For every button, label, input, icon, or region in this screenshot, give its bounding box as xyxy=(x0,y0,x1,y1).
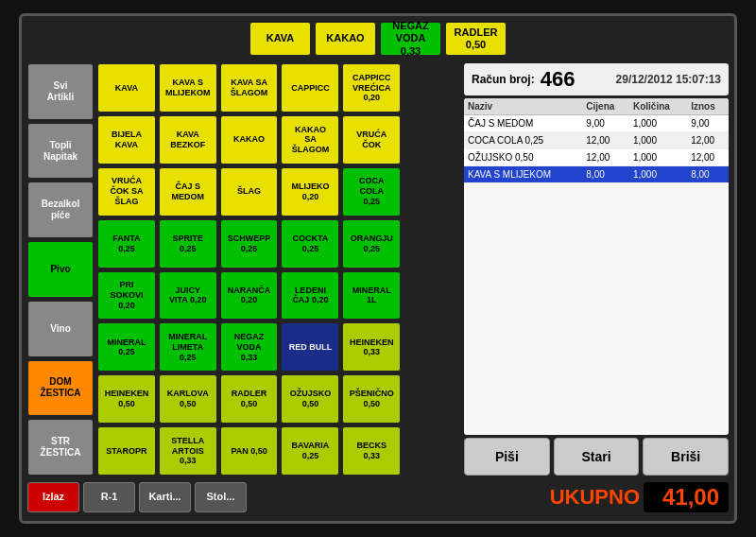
grid-button[interactable]: OŽUJSKO0,50 xyxy=(281,374,339,424)
grid-button[interactable]: KAVA xyxy=(97,63,156,113)
grid-button[interactable]: STAROPR xyxy=(97,426,156,476)
grid-button[interactable]: KAVABEZKOF xyxy=(159,115,217,165)
receipt-actions: PišiStariBriši xyxy=(464,438,729,476)
grid-button[interactable]: RADLER0,50 xyxy=(220,374,279,424)
receipt-datetime: 29/12/2012 15:07:13 xyxy=(616,73,721,86)
receipt-column-header: Cijena xyxy=(582,98,629,115)
receipt-cell: 8,00 xyxy=(687,166,729,183)
grid-button[interactable]: PRISOKOVI0,20 xyxy=(97,271,156,320)
receipt-cell: 9,00 xyxy=(687,115,729,132)
grid-button xyxy=(404,426,460,476)
grid-button[interactable]: CAPPICC xyxy=(281,63,339,113)
grid-button[interactable]: Pivo xyxy=(27,241,94,298)
grid-button[interactable]: BIJELAKAVA xyxy=(97,115,156,165)
receipt-row[interactable]: OŽUJSKO 0,5012,001,00012,00 xyxy=(464,149,729,166)
grid-button[interactable]: KAVA SAŠLAGOM xyxy=(220,63,279,113)
exit-button[interactable]: Izlaz xyxy=(27,482,79,512)
grid-button[interactable]: DOMŽESTICA xyxy=(27,360,94,417)
grid-button[interactable]: PŠENIČNO0,50 xyxy=(342,374,401,424)
grid-button[interactable]: NEGAZVODA0,33 xyxy=(380,22,441,56)
grid-button xyxy=(404,63,460,113)
grid-row: VRUĆAČOK SAŠLAGČAJ SMEDOMŠLAGMLIJEKO0,20… xyxy=(97,167,460,217)
grid-button[interactable]: MINERAL1L xyxy=(342,271,401,320)
receipt-column-header: Iznos xyxy=(687,98,729,115)
grid-button[interactable]: KAKAOSAŠLAGOM xyxy=(281,115,339,165)
grid-button[interactable]: STELLAARTOIS0,33 xyxy=(159,426,217,476)
grid-button xyxy=(404,322,460,372)
receipt-table-header: NazivCijenaKoličinaIznos xyxy=(464,98,729,115)
grid-button[interactable]: KAKAO xyxy=(315,22,376,56)
receipt-row[interactable]: ČAJ S MEDOM9,001,0009,00 xyxy=(464,115,729,132)
receipt-cell: 8,00 xyxy=(582,166,629,183)
grid-button[interactable]: BECKS0,33 xyxy=(342,426,401,476)
grid-button[interactable]: STRŽESTICA xyxy=(27,419,94,476)
receipt-action-button[interactable]: Stari xyxy=(554,438,640,476)
grid-button[interactable]: VRUĆAČOK SAŠLAG xyxy=(97,167,156,217)
grid-button[interactable]: TopliNapitak xyxy=(27,123,94,180)
receipt-cell: KAVA S MLIJEKOM xyxy=(464,166,582,183)
grid-button[interactable]: ČAJ SMEDOM xyxy=(159,167,217,217)
grid-button[interactable]: KAKAO xyxy=(220,115,279,165)
ukupno-label: UKUPNO xyxy=(550,485,640,510)
grid-button[interactable]: BAVARIA0,25 xyxy=(281,426,339,476)
grid-row: HEINEKEN0,50KARLOVA0,50RADLER0,50OŽUJSKO… xyxy=(97,374,460,424)
receipt-cell: 12,00 xyxy=(687,132,729,149)
grid-button[interactable]: NEGAZVODA0,33 xyxy=(220,322,279,372)
grid-button[interactable]: SCHWEPP0,25 xyxy=(220,219,279,268)
grid-button[interactable]: MINERAL0,25 xyxy=(97,322,156,372)
grid-button[interactable]: COCACOLA0,25 xyxy=(342,167,401,217)
receipt-cell: 9,00 xyxy=(582,115,629,132)
receipt-action-button[interactable]: Briši xyxy=(643,438,729,476)
grid-button[interactable]: SPRITE0,25 xyxy=(159,219,217,268)
grid-button[interactable]: JUICYVITA 0,20 xyxy=(159,271,217,320)
receipt-row[interactable]: COCA COLA 0,2512,001,00012,00 xyxy=(464,132,729,149)
grid-button[interactable]: MINERALLIMETA0,25 xyxy=(159,322,217,372)
grid-button[interactable]: Vino xyxy=(27,301,94,357)
receipt-row[interactable]: KAVA S MLIJEKOM8,001,0008,00 xyxy=(464,166,729,183)
right-panel: Račun broj: 466 29/12/2012 15:07:13 Nazi… xyxy=(464,63,729,476)
grid-button[interactable]: KARLOVA0,50 xyxy=(159,374,217,424)
receipt-cell: OŽUJSKO 0,50 xyxy=(464,149,582,166)
grid-button[interactable]: KAVA SMLIJEKOM xyxy=(159,63,217,113)
grid-row: BIJELAKAVAKAVABEZKOFKAKAOKAKAOSAŠLAGOMVR… xyxy=(97,115,460,165)
receipt-table-body: ČAJ S MEDOM9,001,0009,00COCA COLA 0,2512… xyxy=(464,115,729,183)
receipt-action-button[interactable]: Piši xyxy=(464,438,550,476)
main-screen: KAVAKAKAONEGAZVODA0,33RADLER0,50 SviArti… xyxy=(19,13,737,524)
grid-button[interactable]: RED BULL xyxy=(281,322,339,372)
grid-row: STAROPRSTELLAARTOIS0,33PAN 0,50BAVARIA0,… xyxy=(97,426,460,476)
receipt-cell: 1,000 xyxy=(629,149,687,166)
receipt-column-header: Naziv xyxy=(464,98,582,115)
grid-button xyxy=(404,219,460,268)
grid-button xyxy=(404,115,460,165)
grid-row: KAVAKAVA SMLIJEKOMKAVA SAŠLAGOMCAPPICCCA… xyxy=(97,63,460,113)
grid-button[interactable]: Bezalkolpíće xyxy=(27,182,94,238)
grid-button[interactable]: ŠLAG xyxy=(220,167,279,217)
grid-button[interactable]: KAVA xyxy=(249,22,311,56)
grid-row: MINERAL0,25MINERALLIMETA0,25NEGAZVODA0,3… xyxy=(97,322,460,372)
grid-button[interactable]: CAPPICCVREĆICA0,20 xyxy=(342,63,401,113)
grid-button[interactable]: FANTA0,25 xyxy=(97,219,156,268)
grid-button[interactable]: HEINEKEN0,33 xyxy=(342,322,401,372)
receipt-cell: 12,00 xyxy=(582,132,629,149)
left-panel: SviArtikliTopliNapitakBezalkolpíćePivoVi… xyxy=(27,63,94,476)
bottom-button[interactable]: Stol... xyxy=(195,482,247,512)
grid-button[interactable]: MLIJEKO0,20 xyxy=(281,167,339,217)
grid-button[interactable]: VRUĆAČOK xyxy=(342,115,401,165)
bottom-bar: IzlazR-1Karti...Stol...UKUPNO41,00 xyxy=(27,479,729,515)
grid-button[interactable]: LEDENIČAJ 0,20 xyxy=(281,271,339,320)
receipt-cell: 1,000 xyxy=(629,132,687,149)
grid-button[interactable]: SviArtikli xyxy=(27,63,94,120)
grid-button[interactable]: COCKTA0,25 xyxy=(281,219,339,268)
receipt-cell: 1,000 xyxy=(629,166,687,183)
grid-button[interactable]: HEINEKEN0,50 xyxy=(97,374,156,424)
grid-button[interactable]: NARANČA0,20 xyxy=(220,271,279,320)
ukupno-value: 41,00 xyxy=(644,482,729,512)
bottom-button[interactable]: Karti... xyxy=(139,482,191,512)
grid-button[interactable]: RADLER0,50 xyxy=(445,22,507,56)
grid-button[interactable]: ORANGJU0,25 xyxy=(342,219,401,268)
grid-button[interactable]: PAN 0,50 xyxy=(220,426,279,476)
bottom-button[interactable]: R-1 xyxy=(83,482,135,512)
receipt-column-header: Količina xyxy=(629,98,687,115)
grid-button xyxy=(404,271,460,320)
grid-row: FANTA0,25SPRITE0,25SCHWEPP0,25COCKTA0,25… xyxy=(97,219,460,268)
